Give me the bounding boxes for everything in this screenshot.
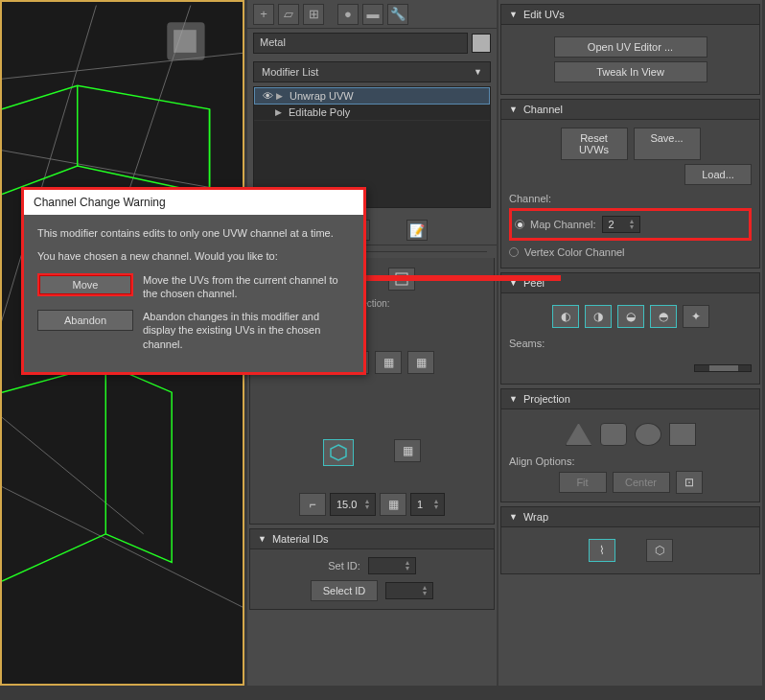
spline-map-icon[interactable]: ⌇: [589, 539, 615, 562]
tweak-in-view-button[interactable]: Tweak In View: [554, 61, 707, 82]
motion-tab-icon[interactable]: ●: [337, 4, 359, 25]
peel-icons-row: ◐ ◑ ◒ ◓ ✦: [509, 301, 752, 332]
svg-line-5: [2, 402, 144, 534]
collapse-icon: ▼: [509, 105, 518, 114]
projection-rollout: ▼ Projection Align Options: Fit Center ⊡: [500, 388, 760, 502]
modifier-name: Editable Poly: [289, 106, 350, 118]
spherical-icon[interactable]: [635, 423, 661, 446]
center-button[interactable]: Center: [613, 472, 670, 493]
move-description: Move the UVs from the current channel to…: [143, 273, 350, 301]
expand-icon[interactable]: ▶: [275, 107, 289, 117]
collapse-icon: ▼: [509, 394, 518, 404]
top-toolbar: + ▱ ⊞ ● ▬ 🔧: [247, 0, 497, 29]
select-id-spinner[interactable]: ▴▾: [385, 582, 433, 599]
edit-uvs-rollout: ▼ Edit UVs Open UV Editor ... Tweak In V…: [500, 4, 760, 95]
create-tab-icon[interactable]: +: [253, 4, 274, 25]
channel-change-warning-dialog: Channel Change Warning This modifier con…: [21, 187, 366, 375]
map-channel-row[interactable]: Map Channel: 2 ▴▾: [515, 214, 746, 235]
element-cube-icon[interactable]: [323, 439, 354, 466]
map-channel-radio[interactable]: [515, 220, 524, 229]
select-id-button[interactable]: Select ID: [311, 580, 378, 601]
svg-line-0: [2, 53, 243, 82]
peel-scroller[interactable]: [694, 364, 752, 372]
angle-spinner[interactable]: 15.0▴▾: [330, 493, 376, 516]
cylindrical-icon[interactable]: [600, 423, 627, 446]
element-select-row: ▦: [254, 435, 490, 470]
channel-header[interactable]: ▼ Channel: [500, 99, 760, 120]
loop-icon[interactable]: ▦: [375, 351, 402, 374]
peel-mode-icon[interactable]: ◑: [585, 305, 612, 328]
angle-row: ⌐ 15.0▴▾ ▦ 1▴▾: [254, 489, 490, 520]
object-color-swatch[interactable]: [472, 34, 491, 53]
channel-title: Channel: [523, 104, 563, 115]
collapse-icon: ▼: [509, 512, 518, 522]
planar-icon[interactable]: [566, 423, 592, 446]
collapse-icon: ▼: [509, 10, 518, 19]
svg-line-2: [2, 478, 243, 610]
angle-icon[interactable]: ⌐: [299, 493, 326, 516]
vertex-color-row[interactable]: Vertex Color Channel: [509, 245, 752, 260]
pelt-map-icon[interactable]: ◒: [617, 305, 644, 328]
vertex-color-label: Vertex Color Channel: [524, 246, 625, 258]
material-ids-title: Material IDs: [272, 533, 329, 545]
box-icon[interactable]: [669, 423, 696, 446]
quick-peel-icon[interactable]: ◐: [552, 305, 579, 328]
dialog-line1: This modifier contains edits to only one…: [37, 226, 350, 240]
peel-rollout: ▼ Peel ◐ ◑ ◒ ◓ ✦ Seams:: [500, 272, 760, 385]
eye-icon[interactable]: 👁: [259, 90, 276, 102]
modifier-name: Unwrap UVW: [290, 90, 354, 102]
modifier-list-dropdown[interactable]: Modifier List ▼: [253, 61, 491, 82]
edit-uvs-title: Edit UVs: [523, 9, 565, 20]
modify-tab-icon[interactable]: ▱: [278, 4, 299, 25]
projection-header[interactable]: ▼ Projection: [500, 388, 760, 409]
modifier-unwrap-uvw[interactable]: 👁 ▶ Unwrap UVW: [254, 87, 490, 105]
viewcube-icon[interactable]: [167, 22, 204, 59]
separator: [328, 4, 334, 25]
object-name-field[interactable]: Metal: [253, 33, 468, 54]
vertex-color-radio[interactable]: [509, 247, 519, 257]
map-channel-spinner[interactable]: 2 ▴▾: [602, 216, 640, 233]
align-extra-icon[interactable]: ⊡: [676, 471, 703, 494]
checker-icon[interactable]: ▦: [394, 439, 421, 462]
wrap-icons: ⌇ ⬡: [509, 535, 752, 566]
modifier-list-label: Modifier List: [262, 66, 318, 78]
material-ids-rollout: ▼ Material IDs Set ID: ▴▾ Select ID ▴▾: [249, 528, 495, 610]
count-spinner[interactable]: 1▴▾: [410, 493, 445, 516]
edit-uvs-header[interactable]: ▼ Edit UVs: [500, 4, 760, 25]
unfold-icon[interactable]: ⬡: [646, 539, 673, 562]
grid-icon[interactable]: ▦: [380, 493, 406, 516]
projection-title: Projection: [523, 393, 570, 405]
material-ids-header[interactable]: ▼ Material IDs: [249, 528, 495, 549]
ring-icon[interactable]: ▦: [407, 351, 434, 374]
set-id-spinner[interactable]: ▴▾: [368, 557, 416, 574]
expand-icon[interactable]: ▶: [276, 91, 290, 101]
channel-rollout: ▼ Channel Reset UVWs Save... Load... Cha…: [500, 99, 760, 268]
open-uv-editor-button[interactable]: Open UV Editor ...: [554, 36, 707, 58]
wrap-title: Wrap: [523, 511, 548, 523]
right-panel: ▼ Edit UVs Open UV Editor ... Tweak In V…: [498, 0, 762, 686]
modifier-editable-poly[interactable]: ▶ Editable Poly: [254, 105, 490, 121]
reset-peel-icon[interactable]: ◓: [650, 305, 677, 328]
svg-rect-7: [174, 30, 197, 53]
abandon-description: Abandon changes in this modifier and dis…: [143, 310, 350, 351]
channel-sub-label: Channel:: [509, 193, 752, 204]
reset-uvws-button[interactable]: Reset UVWs: [561, 128, 628, 160]
chevron-down-icon: ▼: [474, 67, 482, 77]
display-tab-icon[interactable]: ▬: [362, 4, 383, 25]
abandon-button[interactable]: Abandon: [37, 310, 133, 331]
fit-button[interactable]: Fit: [559, 472, 607, 493]
utilities-tab-icon[interactable]: 🔧: [387, 4, 408, 25]
wrap-header[interactable]: ▼ Wrap: [500, 506, 760, 527]
set-id-label: Set ID:: [328, 560, 360, 572]
save-button[interactable]: Save...: [634, 128, 701, 160]
wrap-rollout: ▼ Wrap ⌇ ⬡: [500, 506, 760, 574]
configure-sets-icon[interactable]: 📝: [406, 220, 428, 241]
load-button[interactable]: Load...: [684, 164, 752, 185]
pelt-icon[interactable]: ✦: [683, 305, 709, 328]
hierarchy-tab-icon[interactable]: ⊞: [303, 4, 324, 25]
map-channel-label: Map Channel:: [530, 219, 596, 230]
collapse-icon: ▼: [258, 534, 267, 544]
map-channel-highlight: Map Channel: 2 ▴▾: [509, 208, 752, 241]
move-button[interactable]: Move: [37, 273, 133, 296]
dialog-line2: You have chosen a new channel. Would you…: [37, 249, 350, 263]
